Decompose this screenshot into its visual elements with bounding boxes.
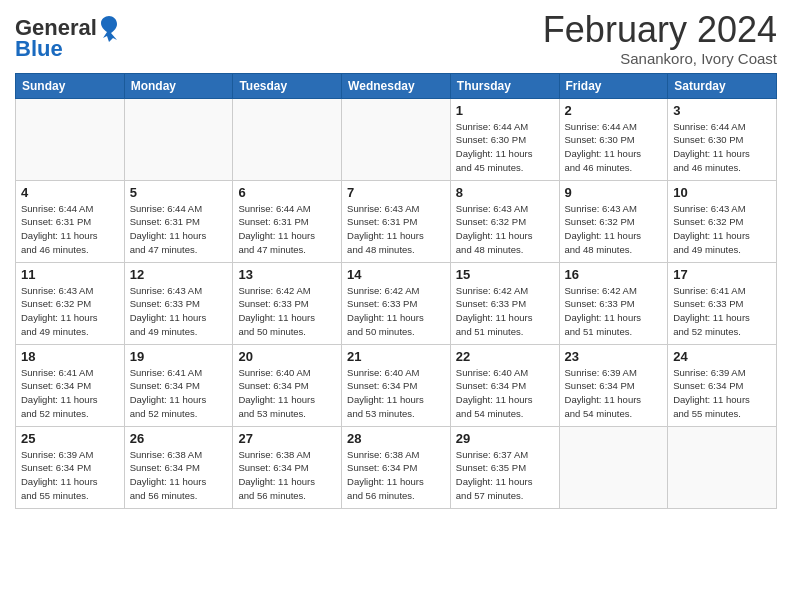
day-number: 21: [347, 349, 445, 364]
day-info: Sunrise: 6:44 AM Sunset: 6:31 PM Dayligh…: [238, 202, 336, 257]
day-info: Sunrise: 6:43 AM Sunset: 6:32 PM Dayligh…: [565, 202, 663, 257]
day-cell: 10Sunrise: 6:43 AM Sunset: 6:32 PM Dayli…: [668, 180, 777, 262]
day-cell: 11Sunrise: 6:43 AM Sunset: 6:32 PM Dayli…: [16, 262, 125, 344]
day-cell: 1Sunrise: 6:44 AM Sunset: 6:30 PM Daylig…: [450, 98, 559, 180]
day-info: Sunrise: 6:42 AM Sunset: 6:33 PM Dayligh…: [456, 284, 554, 339]
day-cell: 14Sunrise: 6:42 AM Sunset: 6:33 PM Dayli…: [342, 262, 451, 344]
day-number: 17: [673, 267, 771, 282]
day-cell: 5Sunrise: 6:44 AM Sunset: 6:31 PM Daylig…: [124, 180, 233, 262]
calendar: SundayMondayTuesdayWednesdayThursdayFrid…: [15, 73, 777, 509]
day-cell: 4Sunrise: 6:44 AM Sunset: 6:31 PM Daylig…: [16, 180, 125, 262]
day-cell: 13Sunrise: 6:42 AM Sunset: 6:33 PM Dayli…: [233, 262, 342, 344]
day-info: Sunrise: 6:44 AM Sunset: 6:31 PM Dayligh…: [21, 202, 119, 257]
header-cell: Tuesday: [233, 73, 342, 98]
header-cell: Saturday: [668, 73, 777, 98]
day-number: 9: [565, 185, 663, 200]
day-info: Sunrise: 6:38 AM Sunset: 6:34 PM Dayligh…: [130, 448, 228, 503]
day-cell: [559, 426, 668, 508]
day-number: 16: [565, 267, 663, 282]
day-cell: 15Sunrise: 6:42 AM Sunset: 6:33 PM Dayli…: [450, 262, 559, 344]
calendar-body: 1Sunrise: 6:44 AM Sunset: 6:30 PM Daylig…: [16, 98, 777, 508]
day-info: Sunrise: 6:42 AM Sunset: 6:33 PM Dayligh…: [565, 284, 663, 339]
day-number: 14: [347, 267, 445, 282]
day-number: 11: [21, 267, 119, 282]
day-cell: 27Sunrise: 6:38 AM Sunset: 6:34 PM Dayli…: [233, 426, 342, 508]
day-number: 7: [347, 185, 445, 200]
day-cell: 21Sunrise: 6:40 AM Sunset: 6:34 PM Dayli…: [342, 344, 451, 426]
day-cell: 7Sunrise: 6:43 AM Sunset: 6:31 PM Daylig…: [342, 180, 451, 262]
week-row: 4Sunrise: 6:44 AM Sunset: 6:31 PM Daylig…: [16, 180, 777, 262]
day-number: 29: [456, 431, 554, 446]
day-number: 5: [130, 185, 228, 200]
day-info: Sunrise: 6:43 AM Sunset: 6:33 PM Dayligh…: [130, 284, 228, 339]
day-cell: 3Sunrise: 6:44 AM Sunset: 6:30 PM Daylig…: [668, 98, 777, 180]
day-number: 3: [673, 103, 771, 118]
day-number: 1: [456, 103, 554, 118]
day-cell: [16, 98, 125, 180]
week-row: 18Sunrise: 6:41 AM Sunset: 6:34 PM Dayli…: [16, 344, 777, 426]
day-info: Sunrise: 6:39 AM Sunset: 6:34 PM Dayligh…: [565, 366, 663, 421]
day-cell: 28Sunrise: 6:38 AM Sunset: 6:34 PM Dayli…: [342, 426, 451, 508]
day-info: Sunrise: 6:41 AM Sunset: 6:34 PM Dayligh…: [130, 366, 228, 421]
day-info: Sunrise: 6:44 AM Sunset: 6:30 PM Dayligh…: [673, 120, 771, 175]
logo: General Blue: [15, 10, 119, 60]
day-info: Sunrise: 6:42 AM Sunset: 6:33 PM Dayligh…: [347, 284, 445, 339]
day-cell: [668, 426, 777, 508]
day-number: 25: [21, 431, 119, 446]
day-info: Sunrise: 6:40 AM Sunset: 6:34 PM Dayligh…: [347, 366, 445, 421]
day-info: Sunrise: 6:38 AM Sunset: 6:34 PM Dayligh…: [347, 448, 445, 503]
day-info: Sunrise: 6:39 AM Sunset: 6:34 PM Dayligh…: [673, 366, 771, 421]
day-cell: 25Sunrise: 6:39 AM Sunset: 6:34 PM Dayli…: [16, 426, 125, 508]
header-cell: Thursday: [450, 73, 559, 98]
day-info: Sunrise: 6:39 AM Sunset: 6:34 PM Dayligh…: [21, 448, 119, 503]
day-cell: 16Sunrise: 6:42 AM Sunset: 6:33 PM Dayli…: [559, 262, 668, 344]
day-number: 26: [130, 431, 228, 446]
week-row: 11Sunrise: 6:43 AM Sunset: 6:32 PM Dayli…: [16, 262, 777, 344]
page: General Blue February 2024 Sanankoro, Iv…: [0, 0, 792, 519]
calendar-header: SundayMondayTuesdayWednesdayThursdayFrid…: [16, 73, 777, 98]
day-info: Sunrise: 6:43 AM Sunset: 6:31 PM Dayligh…: [347, 202, 445, 257]
day-cell: 6Sunrise: 6:44 AM Sunset: 6:31 PM Daylig…: [233, 180, 342, 262]
day-number: 10: [673, 185, 771, 200]
header: General Blue February 2024 Sanankoro, Iv…: [15, 10, 777, 67]
day-number: 4: [21, 185, 119, 200]
week-row: 25Sunrise: 6:39 AM Sunset: 6:34 PM Dayli…: [16, 426, 777, 508]
day-number: 19: [130, 349, 228, 364]
day-info: Sunrise: 6:41 AM Sunset: 6:34 PM Dayligh…: [21, 366, 119, 421]
week-row: 1Sunrise: 6:44 AM Sunset: 6:30 PM Daylig…: [16, 98, 777, 180]
day-cell: 23Sunrise: 6:39 AM Sunset: 6:34 PM Dayli…: [559, 344, 668, 426]
month-title: February 2024: [543, 10, 777, 50]
day-cell: 19Sunrise: 6:41 AM Sunset: 6:34 PM Dayli…: [124, 344, 233, 426]
day-info: Sunrise: 6:44 AM Sunset: 6:31 PM Dayligh…: [130, 202, 228, 257]
day-info: Sunrise: 6:44 AM Sunset: 6:30 PM Dayligh…: [456, 120, 554, 175]
day-info: Sunrise: 6:42 AM Sunset: 6:33 PM Dayligh…: [238, 284, 336, 339]
day-cell: 9Sunrise: 6:43 AM Sunset: 6:32 PM Daylig…: [559, 180, 668, 262]
day-cell: 26Sunrise: 6:38 AM Sunset: 6:34 PM Dayli…: [124, 426, 233, 508]
day-number: 20: [238, 349, 336, 364]
day-info: Sunrise: 6:43 AM Sunset: 6:32 PM Dayligh…: [21, 284, 119, 339]
day-cell: 29Sunrise: 6:37 AM Sunset: 6:35 PM Dayli…: [450, 426, 559, 508]
day-number: 8: [456, 185, 554, 200]
day-number: 23: [565, 349, 663, 364]
day-cell: 22Sunrise: 6:40 AM Sunset: 6:34 PM Dayli…: [450, 344, 559, 426]
day-cell: 2Sunrise: 6:44 AM Sunset: 6:30 PM Daylig…: [559, 98, 668, 180]
day-number: 28: [347, 431, 445, 446]
day-info: Sunrise: 6:44 AM Sunset: 6:30 PM Dayligh…: [565, 120, 663, 175]
day-number: 6: [238, 185, 336, 200]
day-cell: [124, 98, 233, 180]
header-cell: Wednesday: [342, 73, 451, 98]
day-info: Sunrise: 6:40 AM Sunset: 6:34 PM Dayligh…: [456, 366, 554, 421]
day-cell: 18Sunrise: 6:41 AM Sunset: 6:34 PM Dayli…: [16, 344, 125, 426]
title-block: February 2024 Sanankoro, Ivory Coast: [543, 10, 777, 67]
day-info: Sunrise: 6:43 AM Sunset: 6:32 PM Dayligh…: [456, 202, 554, 257]
day-number: 22: [456, 349, 554, 364]
day-number: 18: [21, 349, 119, 364]
day-info: Sunrise: 6:38 AM Sunset: 6:34 PM Dayligh…: [238, 448, 336, 503]
subtitle: Sanankoro, Ivory Coast: [543, 50, 777, 67]
day-cell: [233, 98, 342, 180]
day-cell: 8Sunrise: 6:43 AM Sunset: 6:32 PM Daylig…: [450, 180, 559, 262]
day-number: 27: [238, 431, 336, 446]
day-cell: 17Sunrise: 6:41 AM Sunset: 6:33 PM Dayli…: [668, 262, 777, 344]
day-number: 15: [456, 267, 554, 282]
day-info: Sunrise: 6:40 AM Sunset: 6:34 PM Dayligh…: [238, 366, 336, 421]
